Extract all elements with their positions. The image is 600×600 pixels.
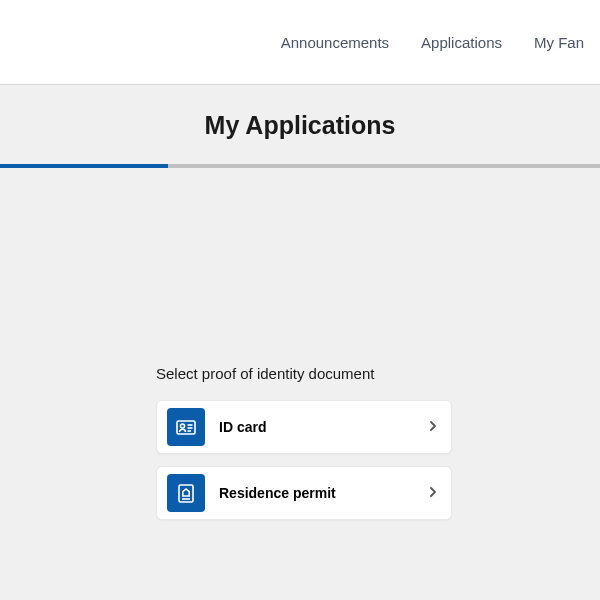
page-title: My Applications bbox=[0, 85, 600, 164]
top-nav: Announcements Applications My Fan bbox=[0, 0, 600, 85]
identity-document-selector: Select proof of identity document ID car… bbox=[156, 365, 452, 532]
progress-bar bbox=[0, 164, 600, 168]
option-residence-permit[interactable]: Residence permit bbox=[156, 466, 452, 520]
option-label: ID card bbox=[219, 419, 429, 435]
form-heading: Select proof of identity document bbox=[156, 365, 452, 382]
chevron-right-icon bbox=[429, 484, 437, 502]
svg-point-1 bbox=[181, 424, 185, 428]
page-body: My Applications Select proof of identity… bbox=[0, 85, 600, 600]
nav-announcements[interactable]: Announcements bbox=[265, 34, 405, 51]
id-card-icon bbox=[167, 408, 205, 446]
house-doc-icon bbox=[167, 474, 205, 512]
option-id-card[interactable]: ID card bbox=[156, 400, 452, 454]
nav-applications[interactable]: Applications bbox=[405, 34, 518, 51]
option-label: Residence permit bbox=[219, 485, 429, 501]
chevron-right-icon bbox=[429, 418, 437, 436]
progress-fill bbox=[0, 164, 168, 168]
nav-my-fan[interactable]: My Fan bbox=[518, 34, 600, 51]
